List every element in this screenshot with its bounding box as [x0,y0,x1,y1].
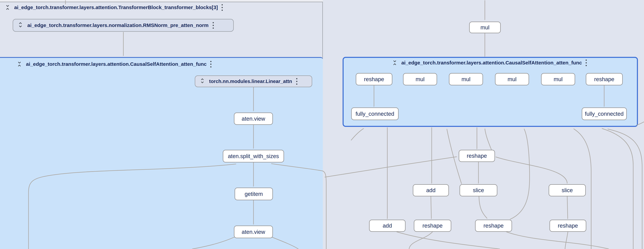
more-options-icon[interactable] [213,22,214,29]
op-node-reshape[interactable]: reshape [414,220,451,232]
op-node-aten-view[interactable]: aten.view [234,112,273,125]
op-node-label: reshape [422,222,442,229]
collapse-icon[interactable] [16,61,22,67]
collapsed-node-linear-attn[interactable]: torch.nn.modules.linear.Linear_attn [195,76,312,87]
op-node-label: add [426,187,436,194]
collapse-icon[interactable] [5,4,10,10]
causal-self-attention-left-header: ai_edge_torch.transformer.layers.attenti… [16,60,212,68]
collapsed-node-label: torch.nn.modules.linear.Linear_attn [209,78,292,84]
op-node-label: reshape [364,76,384,82]
op-node-reshape[interactable]: reshape [459,150,495,162]
op-node-fully-connected[interactable]: fully_connected [582,108,627,120]
more-options-icon[interactable] [210,61,212,68]
causal-self-attention-right-header: ai_edge_torch.transformer.layers.attenti… [392,58,587,67]
panel-title: ai_edge_torch.transformer.layers.attenti… [401,60,582,66]
op-node-label: aten.view [242,229,265,235]
op-node-reshape[interactable]: reshape [586,73,623,85]
collapsed-node-label: ai_edge_torch.transformer.layers.normali… [27,22,208,28]
op-node-mul[interactable]: mul [403,73,437,85]
op-node-mul[interactable]: mul [469,22,501,33]
op-node-label: reshape [467,153,487,159]
more-options-icon[interactable] [222,4,223,11]
op-node-fully-connected[interactable]: fully_connected [351,108,398,120]
op-node-mul[interactable]: mul [449,73,483,85]
op-node-slice[interactable]: slice [549,184,586,196]
op-node-label: add [382,222,392,229]
more-options-icon[interactable] [296,78,297,85]
more-options-icon[interactable] [586,60,587,66]
transformer-block-header: ai_edge_torch.transformer.layers.attenti… [5,3,223,12]
op-node-reshape[interactable]: reshape [356,73,392,85]
op-node-mul[interactable]: mul [541,73,575,85]
op-node-slice[interactable]: slice [460,184,497,196]
op-node-add[interactable]: add [369,220,406,232]
op-node-label: aten.view [242,116,265,122]
op-node-label: reshape [484,222,504,229]
op-node-add[interactable]: add [413,184,449,196]
op-node-label: mul [508,76,516,82]
op-node-label: slice [473,187,484,194]
op-node-label: mul [480,24,490,31]
op-node-mul[interactable]: mul [495,73,529,85]
op-node-label: mul [554,76,562,82]
op-node-label: reshape [594,76,614,82]
panel-title: ai_edge_torch.transformer.layers.attenti… [26,61,206,67]
op-node-getitem[interactable]: getitem [234,188,273,200]
op-node-label: mul [462,76,470,82]
op-node-label: slice [562,187,573,194]
op-node-label: mul [416,76,424,82]
op-node-aten-split-with-sizes[interactable]: aten.split_with_sizes [223,150,284,162]
op-node-label: fully_connected [585,111,624,117]
expand-icon[interactable] [200,78,205,85]
op-node-label: getitem [244,191,263,197]
op-node-label: fully_connected [356,111,394,117]
panel-title: ai_edge_torch.transformer.layers.attenti… [14,4,218,10]
op-node-reshape[interactable]: reshape [550,220,586,232]
op-node-label: reshape [558,222,578,229]
collapsed-node-rmsnorm[interactable]: ai_edge_torch.transformer.layers.normali… [13,19,234,32]
op-node-aten-view[interactable]: aten.view [234,226,273,238]
op-node-reshape[interactable]: reshape [475,220,512,232]
model-graph-canvas: { "panels": { "transformer_block": { "ti… [0,0,644,249]
collapse-icon[interactable] [392,60,398,66]
op-node-label: aten.split_with_sizes [228,153,279,160]
expand-icon[interactable] [18,22,23,29]
